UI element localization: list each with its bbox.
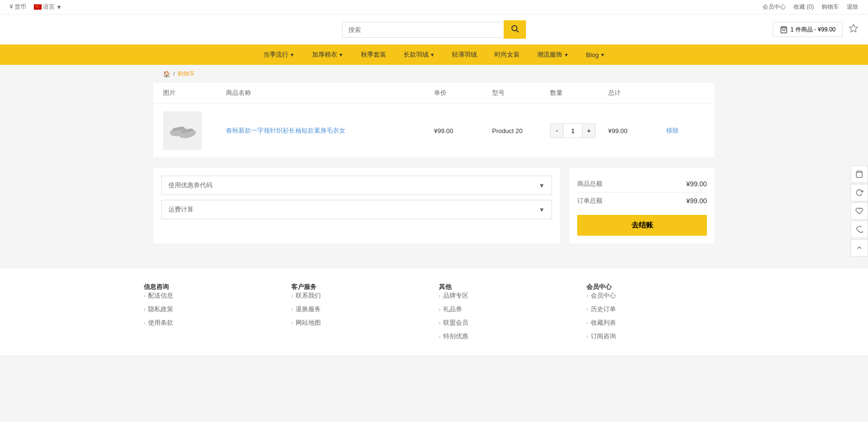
col-sku: 型号 (492, 89, 550, 97)
product-name-cell: 春秋新款一字领针织衫长袖短款素身毛衣女 (226, 126, 434, 135)
footer-col-2-title: 客户服务 (291, 283, 429, 291)
footer-link-sitemap[interactable]: › 网站地图 (291, 318, 429, 327)
footer-col-3: 其他 › 品牌专区 › 礼品券 › 联盟会员 › 特别优惠 (439, 283, 577, 346)
col-name: 商品名称 (226, 89, 434, 97)
order-total-value: ¥99.00 (686, 197, 707, 205)
qty-control: - + (550, 123, 596, 138)
footer-link-terms[interactable]: › 使用条款 (144, 318, 282, 327)
nav-item-2[interactable]: 秋季套装 (352, 45, 395, 65)
footer-link-contact[interactable]: › 联系我们 (291, 291, 429, 300)
remove-button[interactable]: 移除 (666, 127, 679, 134)
chevron-right-icon: › (439, 320, 440, 326)
order-summary: 商品总额 ¥99.00 订单总额 ¥99.00 去结账 (569, 168, 715, 243)
coupon-arrow-icon: ▼ (539, 182, 545, 189)
footer-link-privacy[interactable]: › 隐私政策 (144, 305, 282, 314)
coupon-shipping-section: 使用优惠券代码 ▼ 运费计算 ▼ (153, 168, 560, 243)
currency-selector[interactable]: ¥ 货币 (10, 3, 26, 11)
header: 1 件商品 - ¥99.00 (0, 15, 868, 45)
footer-link-delivery[interactable]: › 配送信息 (144, 291, 282, 300)
nav-item-5[interactable]: 时尚女装 (486, 45, 528, 65)
chevron-right-icon: › (586, 293, 588, 299)
float-top-button[interactable] (851, 239, 868, 256)
footer-link-newsletter[interactable]: › 订阅咨询 (586, 332, 724, 341)
chevron-right-icon: › (144, 307, 145, 312)
col-qty: 数量 (550, 89, 608, 97)
product-sku-cell: Product 20 (492, 127, 550, 135)
product-price-cell: ¥99.00 (434, 127, 492, 135)
cart-link[interactable]: 购物车 (822, 3, 839, 11)
nav-item-0[interactable]: 当季流行 ▼ (254, 45, 303, 65)
qty-decrease-button[interactable]: - (551, 124, 563, 137)
nav-item-4[interactable]: 轻薄羽绒 (443, 45, 486, 65)
table-row: 春秋新款一字领针织衫长袖短款素身毛衣女 ¥99.00 Product 20 - … (153, 104, 715, 158)
footer-link-brands[interactable]: › 品牌专区 (439, 291, 577, 300)
footer-link-specials[interactable]: › 特别优惠 (439, 332, 577, 341)
chevron-right-icon: › (586, 320, 588, 326)
subtotal-value: ¥99.00 (686, 180, 707, 188)
product-image-cell (163, 111, 226, 150)
cart-table: 图片 商品名称 单价 型号 数量 总计 (153, 83, 715, 158)
float-buttons (851, 166, 868, 256)
member-center-link[interactable]: 会员中心 (763, 3, 786, 11)
col-price: 单价 (434, 89, 492, 97)
nav-item-3[interactable]: 长款羽绒 ▼ (395, 45, 444, 65)
search-button[interactable] (504, 20, 526, 39)
footer-col-1-title: 信息咨询 (144, 283, 282, 291)
search-input[interactable] (342, 22, 504, 38)
coupon-button[interactable]: 使用优惠券代码 ▼ (161, 176, 552, 195)
footer-col-2: 客户服务 › 联系我们 › 退换服务 › 网站地图 (291, 283, 429, 346)
chevron-right-icon: › (291, 320, 293, 326)
footer-link-wishlist[interactable]: › 收藏列表 (586, 318, 724, 327)
svg-marker-3 (850, 24, 858, 32)
favorites-link[interactable]: 收藏 (0) (793, 3, 814, 11)
order-total-row: 订单总额 ¥99.00 (577, 193, 707, 209)
float-refresh-button[interactable] (851, 184, 868, 201)
footer-link-gift[interactable]: › 礼品券 (439, 305, 577, 314)
chevron-right-icon: › (586, 307, 588, 312)
footer-grid: 信息咨询 › 配送信息 › 隐私政策 › 使用条款 客户服务 › 联系我们 › (144, 283, 724, 346)
qty-increase-button[interactable]: + (583, 124, 595, 137)
login-link[interactable]: 退除 (847, 3, 858, 11)
footer-link-orders[interactable]: › 历史订单 (586, 305, 724, 314)
footer-col-4-title: 会员中心 (586, 283, 724, 291)
float-phone-button[interactable] (851, 221, 868, 238)
footer-link-affiliate[interactable]: › 联盟会员 (439, 318, 577, 327)
chevron-right-icon: › (144, 320, 145, 326)
breadcrumb-current: 购物车 (178, 70, 195, 78)
product-total-cell: ¥99.00 (608, 127, 666, 135)
checkout-button[interactable]: 去结账 (577, 215, 707, 236)
top-bar: ¥ 货币 🇨🇳 语言 ▼ 会员中心 收藏 (0) 购物车 退除 (0, 0, 868, 15)
nav-item-7[interactable]: Blog ▼ (577, 45, 614, 65)
breadcrumb-sep: / (173, 71, 175, 77)
shipping-button[interactable]: 运费计算 ▼ (161, 200, 552, 219)
breadcrumb: 🏠 / 购物车 (153, 65, 715, 83)
chevron-right-icon: › (439, 293, 440, 299)
wishlist-button[interactable] (849, 24, 858, 36)
breadcrumb-home[interactable]: 🏠 (163, 71, 170, 77)
cart-summary-button[interactable]: 1 件商品 - ¥99.00 (773, 22, 843, 37)
order-total-label: 订单总额 (577, 196, 602, 205)
float-cart-button[interactable] (851, 166, 868, 183)
col-image: 图片 (163, 89, 226, 97)
footer-link-member[interactable]: › 会员中心 (586, 291, 724, 300)
top-bar-right: 会员中心 收藏 (0) 购物车 退除 (763, 3, 858, 11)
svg-line-1 (516, 30, 518, 32)
header-cart-area: 1 件商品 - ¥99.00 (773, 22, 858, 37)
cart-table-header: 图片 商品名称 单价 型号 数量 总计 (153, 83, 715, 104)
qty-input[interactable] (563, 124, 583, 137)
language-selector[interactable]: 🇨🇳 语言 ▼ (34, 3, 62, 11)
chevron-right-icon: › (586, 334, 588, 339)
nav-item-1[interactable]: 加厚棉衣 ▼ (303, 45, 352, 65)
product-link[interactable]: 春秋新款一字领针织衫长袖短款素身毛衣女 (226, 127, 345, 134)
nav-bar: 当季流行 ▼ 加厚棉衣 ▼ 秋季套装 长款羽绒 ▼ 轻薄羽绒 时尚女装 潮流服饰… (0, 45, 868, 65)
float-wishlist-button[interactable] (851, 202, 868, 220)
chevron-right-icon: › (439, 307, 440, 312)
footer-link-returns[interactable]: › 退换服务 (291, 305, 429, 314)
nav-item-6[interactable]: 潮流服饰 ▼ (528, 45, 577, 65)
col-action (666, 89, 705, 97)
top-bar-left: ¥ 货币 🇨🇳 语言 ▼ (10, 3, 62, 11)
col-total: 总计 (608, 89, 666, 97)
svg-point-0 (512, 26, 517, 31)
nav-items: 当季流行 ▼ 加厚棉衣 ▼ 秋季套装 长款羽绒 ▼ 轻薄羽绒 时尚女装 潮流服饰… (254, 45, 614, 65)
product-remove-cell: 移除 (666, 126, 705, 135)
